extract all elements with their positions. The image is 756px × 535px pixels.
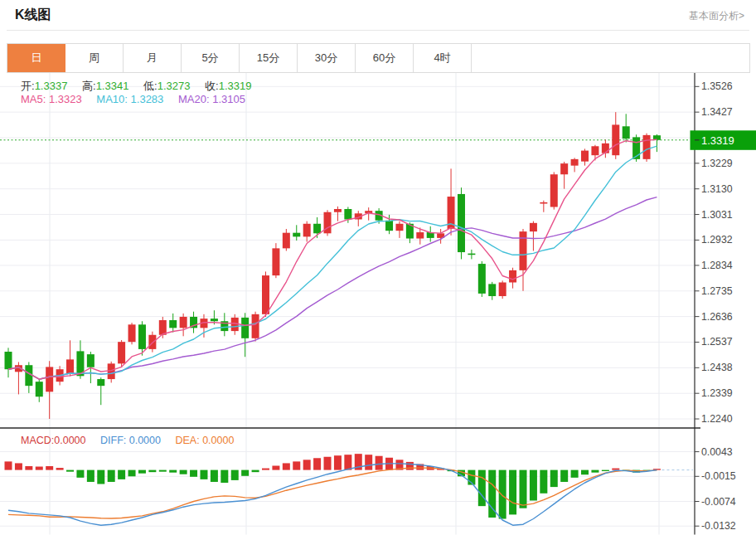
page-title: K线图 bbox=[15, 7, 51, 24]
diff-label: DIFF: bbox=[100, 435, 126, 446]
low-value: 1.3273 bbox=[158, 80, 191, 92]
macd-value: 0.0000 bbox=[54, 435, 85, 446]
ma20-line bbox=[8, 197, 657, 380]
ma-readout: MA5: 1.3323 MA10: 1.3283 MA20: 1.3105 bbox=[21, 93, 257, 105]
current-price-tag-text: 1.3319 bbox=[701, 134, 734, 147]
svg-text:1.2932: 1.2932 bbox=[701, 234, 733, 246]
high-value: 1.3341 bbox=[96, 80, 129, 92]
current-price-tag: 1.3319 bbox=[691, 130, 756, 150]
tab-day[interactable]: 日 bbox=[7, 44, 65, 72]
timeframe-tabbar: 日周月5分15分30分60分4时 bbox=[7, 43, 750, 73]
tab-60min[interactable]: 60分 bbox=[356, 44, 414, 72]
svg-text:0.0043: 0.0043 bbox=[701, 446, 733, 458]
tab-week[interactable]: 周 bbox=[65, 44, 124, 72]
svg-text:1.3031: 1.3031 bbox=[701, 209, 733, 221]
dea-value: 0.0000 bbox=[202, 435, 234, 446]
svg-text:1.2537: 1.2537 bbox=[701, 336, 733, 348]
svg-text:1.2240: 1.2240 bbox=[701, 413, 733, 425]
chart-area[interactable]: 1.35261.34271.33281.32291.31301.30311.29… bbox=[0, 73, 756, 535]
diff-line bbox=[8, 464, 657, 525]
macd-readout: MACD:0.0000 DIFF: 0.0000 DEA: 0.0000 bbox=[21, 435, 245, 446]
close-label: 收: bbox=[205, 80, 219, 92]
svg-text:1.2636: 1.2636 bbox=[701, 311, 733, 323]
svg-text:1.3526: 1.3526 bbox=[701, 80, 733, 92]
svg-text:1.2438: 1.2438 bbox=[701, 362, 733, 373]
close-value: 1.3319 bbox=[219, 80, 252, 92]
ma10-value: 1.3283 bbox=[131, 93, 164, 105]
high-label: 高: bbox=[82, 80, 96, 92]
macd-label: MACD: bbox=[21, 435, 54, 446]
open-label: 开: bbox=[21, 80, 35, 92]
svg-text:-0.0015: -0.0015 bbox=[701, 470, 736, 482]
kline-chart-canvas: 1.35261.34271.33281.32291.31301.30311.29… bbox=[0, 73, 756, 535]
ma20-value: 1.3105 bbox=[212, 93, 245, 105]
ma20-label: MA20: bbox=[178, 93, 210, 105]
fundamental-analysis-link[interactable]: 基本面分析> bbox=[689, 9, 744, 23]
svg-text:-0.0132: -0.0132 bbox=[701, 520, 736, 532]
ma10-label: MA10: bbox=[96, 93, 128, 105]
ma5-value: 1.3323 bbox=[49, 93, 82, 105]
ohlc-readout: 开:1.3337 高:1.3341 低:1.3273 收:1.3319 bbox=[21, 79, 263, 94]
tab-month[interactable]: 月 bbox=[124, 44, 182, 72]
header-divider bbox=[7, 30, 749, 31]
dea-line bbox=[8, 468, 657, 518]
macd-histogram bbox=[5, 454, 661, 518]
macd-axis-labels: 0.0043-0.0015-0.0074-0.0132 bbox=[695, 446, 736, 533]
svg-text:1.3427: 1.3427 bbox=[701, 106, 733, 118]
ma5-line bbox=[8, 139, 657, 379]
low-label: 低: bbox=[143, 80, 158, 92]
tab-4hour[interactable]: 4时 bbox=[414, 44, 472, 72]
svg-text:1.2339: 1.2339 bbox=[701, 387, 733, 399]
svg-text:1.2735: 1.2735 bbox=[701, 285, 733, 297]
tab-30min[interactable]: 30分 bbox=[298, 44, 356, 72]
kline-page: K线图 基本面分析> 日周月5分15分30分60分4时 1.35261.3427… bbox=[0, 0, 756, 535]
svg-text:1.3130: 1.3130 bbox=[701, 183, 733, 195]
diff-value: 0.0000 bbox=[129, 435, 161, 446]
open-value: 1.3337 bbox=[35, 80, 68, 92]
svg-text:1.3229: 1.3229 bbox=[701, 158, 733, 169]
svg-text:-0.0074: -0.0074 bbox=[701, 496, 736, 508]
svg-text:1.2834: 1.2834 bbox=[701, 260, 733, 271]
ma5-label: MA5: bbox=[21, 93, 46, 105]
dea-label: DEA: bbox=[175, 435, 199, 446]
tab-15min[interactable]: 15分 bbox=[240, 44, 298, 72]
ma10-line bbox=[8, 146, 657, 379]
tab-5min[interactable]: 5分 bbox=[182, 44, 240, 72]
